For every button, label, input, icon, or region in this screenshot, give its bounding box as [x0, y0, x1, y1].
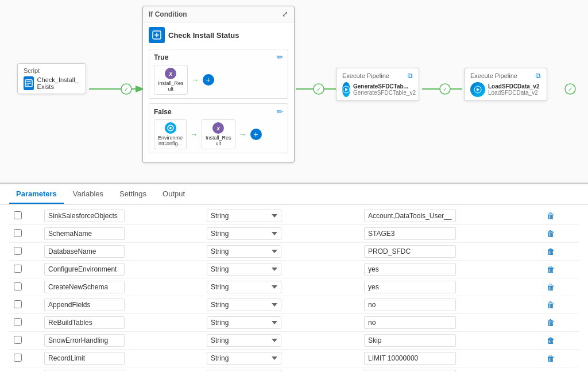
param-checkbox[interactable]: [14, 211, 22, 219]
param-type-select[interactable]: String Int Bool Array Object SecureStrin…: [207, 263, 281, 276]
var-icon-2: x: [212, 122, 224, 134]
svg-point-17: [169, 127, 172, 129]
false-branch-node2[interactable]: x Install_Result: [202, 119, 235, 149]
param-checkbox[interactable]: [14, 371, 22, 372]
param-name-input[interactable]: [44, 227, 125, 240]
param-delete-icon[interactable]: 🗑: [547, 300, 555, 309]
svg-text:✓: ✓: [124, 86, 129, 92]
param-name-input[interactable]: [44, 370, 125, 371]
tab-variables[interactable]: Variables: [66, 185, 110, 204]
param-delete-icon[interactable]: 🗑: [547, 354, 555, 363]
param-type-select[interactable]: String Int Bool Array Object SecureStrin…: [207, 299, 281, 311]
false-branch-node2-label: Install_Result: [206, 135, 231, 146]
execute-pipeline-1-icon: [342, 82, 350, 97]
true-branch-label: True: [154, 53, 168, 61]
param-type-select[interactable]: String Int Bool Array Object SecureStrin…: [207, 334, 281, 347]
param-row: String Int Bool Array Object SecureStrin…: [9, 296, 579, 314]
param-value-input[interactable]: [364, 316, 456, 329]
param-value-input[interactable]: [364, 281, 456, 293]
param-name-input[interactable]: [44, 210, 125, 222]
script-node-label: Check_Install_Exists: [37, 76, 80, 90]
param-row: String Int Bool Array Object SecureStrin…: [9, 243, 579, 261]
svg-point-9: [565, 84, 575, 94]
param-value-input[interactable]: [364, 299, 456, 311]
param-name-input[interactable]: [44, 281, 125, 293]
tab-output[interactable]: Output: [156, 185, 192, 204]
svg-point-7: [440, 84, 450, 94]
true-branch-node[interactable]: x Install_Result: [154, 65, 188, 95]
param-row: String Int Bool Array Object SecureStrin…: [9, 225, 579, 243]
param-checkbox[interactable]: [14, 247, 22, 255]
param-type-select[interactable]: String Int Bool Array Object SecureStrin…: [207, 352, 281, 365]
param-delete-icon[interactable]: 🗑: [547, 211, 555, 220]
execute-pipeline-1-sub-label: GenerateSFDCTable_v2: [353, 90, 416, 96]
param-delete-icon[interactable]: 🗑: [547, 318, 555, 327]
param-checkbox[interactable]: [14, 354, 22, 362]
true-branch: True ✏ x Install_Result → +: [149, 49, 288, 99]
script-node[interactable]: Script Check_Install_Exists: [17, 63, 86, 94]
true-branch-edit-icon[interactable]: ✏: [277, 53, 283, 61]
tab-parameters[interactable]: Parameters: [9, 185, 64, 204]
execute-pipeline-1-external-icon[interactable]: ⧉: [408, 72, 413, 80]
param-checkbox[interactable]: [14, 229, 22, 237]
param-value-input[interactable]: [364, 245, 456, 258]
false-branch-node1-label: EnvironmentConfig...: [158, 135, 183, 146]
param-value-input[interactable]: [364, 227, 456, 240]
param-type-select[interactable]: String Int Bool Array Object SecureStrin…: [207, 281, 281, 293]
execute-pipeline-2-icon: [470, 82, 485, 97]
param-delete-icon[interactable]: 🗑: [547, 265, 555, 274]
param-value-input[interactable]: [364, 370, 456, 371]
param-name-input[interactable]: [44, 316, 125, 329]
svg-point-5: [314, 84, 324, 94]
param-delete-icon[interactable]: 🗑: [547, 229, 555, 238]
param-name-input[interactable]: [44, 245, 125, 258]
false-branch-node1[interactable]: EnvironmentConfig...: [154, 119, 187, 149]
if-condition-title: If Condition: [149, 10, 187, 18]
param-type-select[interactable]: String Int Bool Array Object SecureStrin…: [207, 227, 281, 240]
parameters-table-scroll: String Int Bool Array Object SecureStrin…: [0, 205, 588, 371]
tab-settings[interactable]: Settings: [113, 185, 153, 204]
false-branch-edit-icon[interactable]: ✏: [277, 107, 283, 116]
execute-pipeline-2-node[interactable]: Execute Pipeline ⧉ LoadSFDCData_v2 LoadS…: [464, 68, 547, 101]
param-type-select[interactable]: String Int Bool Array Object SecureStrin…: [207, 370, 281, 371]
if-condition-box[interactable]: If Condition ⤢ Check Install Status True…: [142, 6, 295, 163]
param-checkbox[interactable]: [14, 336, 22, 344]
param-value-input[interactable]: [364, 263, 456, 276]
param-delete-icon[interactable]: 🗑: [547, 336, 555, 345]
tabs-bar: Parameters Variables Settings Output: [0, 184, 588, 205]
param-type-select[interactable]: String Int Bool Array Object SecureStrin…: [207, 210, 281, 222]
param-type-select[interactable]: String Int Bool Array Object SecureStrin…: [207, 245, 281, 258]
param-checkbox[interactable]: [14, 300, 22, 308]
param-checkbox[interactable]: [14, 282, 22, 290]
param-name-input[interactable]: [44, 352, 125, 365]
param-row: String Int Bool Array Object SecureStrin…: [9, 261, 579, 278]
param-value-input[interactable]: [364, 210, 456, 222]
true-branch-arrow: →: [191, 75, 199, 84]
param-delete-icon[interactable]: 🗑: [547, 282, 555, 292]
param-row: String Int Bool Array Object SecureStrin…: [9, 367, 579, 372]
bottom-panel: Parameters Variables Settings Output Str…: [0, 184, 588, 372]
svg-point-3: [121, 84, 131, 94]
env-icon: [165, 122, 176, 134]
param-value-input[interactable]: [364, 334, 456, 347]
svg-text:✓: ✓: [568, 86, 572, 92]
pipeline-canvas: ✓ ✓ ✓ ✓ Script Check_Install_Exists If C…: [0, 0, 588, 184]
param-type-select[interactable]: String Int Bool Array Object SecureStrin…: [207, 316, 281, 329]
param-checkbox[interactable]: [14, 318, 22, 326]
false-branch-add-button[interactable]: +: [250, 129, 262, 140]
param-checkbox[interactable]: [14, 265, 22, 273]
execute-pipeline-1-node[interactable]: Execute Pipeline ⧉ GenerateSFDCTab... Ge…: [336, 68, 419, 101]
script-icon: [24, 76, 34, 90]
if-condition-name: Check Install Status: [168, 31, 239, 40]
param-name-input[interactable]: [44, 334, 125, 347]
true-branch-add-button[interactable]: +: [203, 74, 214, 86]
param-name-input[interactable]: [44, 263, 125, 276]
if-condition-icon: [149, 27, 165, 43]
execute-pipeline-2-external-icon[interactable]: ⧉: [536, 72, 541, 80]
param-delete-icon[interactable]: 🗑: [547, 247, 555, 256]
param-value-input[interactable]: [364, 352, 456, 365]
script-node-title: Script: [24, 67, 80, 74]
if-condition-expand-icon[interactable]: ⤢: [282, 10, 288, 18]
if-condition-header: If Condition ⤢: [143, 6, 294, 22]
param-name-input[interactable]: [44, 299, 125, 311]
